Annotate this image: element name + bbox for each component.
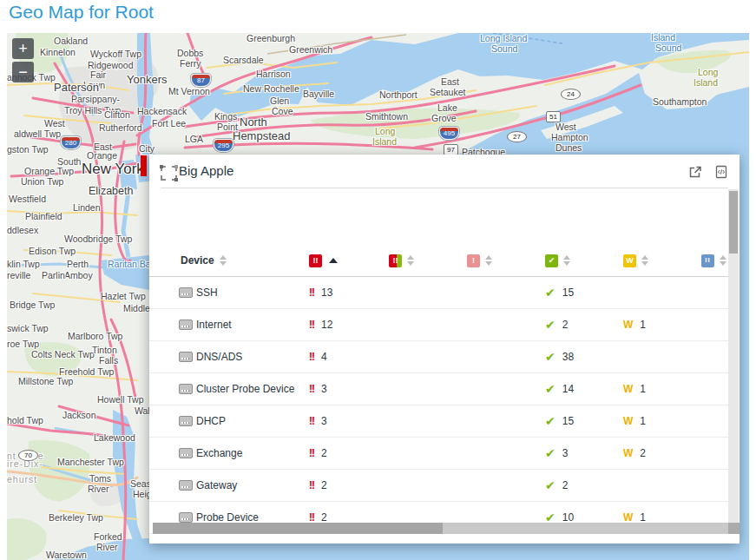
status-count-link[interactable]: W1	[623, 319, 646, 331]
device-name-link[interactable]: Probe Device	[196, 511, 259, 524]
status-count-link[interactable]: W1	[623, 511, 646, 524]
sort-arrows-icon[interactable]	[563, 255, 570, 266]
table-row: DNS/ADS!!4✔38	[149, 340, 729, 373]
device-cell[interactable]: Internet	[179, 308, 232, 340]
sort-arrows-icon[interactable]	[720, 255, 726, 266]
status-count-link[interactable]: W1	[623, 383, 646, 395]
down-glyph-icon: !!	[309, 448, 314, 458]
down-glyph-icon: !!	[309, 352, 314, 362]
map-town-label: reville	[7, 271, 30, 280]
map-town-label: Bridge Twp	[10, 300, 55, 310]
map-town-label: Point	[217, 122, 238, 132]
down-ack-status-icon: !	[467, 254, 480, 267]
status-count-link[interactable]: !!2	[309, 511, 327, 524]
map-town-label: Woodbridge Twp	[64, 234, 132, 244]
status-count-link[interactable]: !!13	[309, 287, 332, 299]
device-name-link[interactable]: DHCP	[196, 415, 226, 427]
column-header-warning[interactable]: W	[623, 245, 648, 276]
status-count-link[interactable]: ✔38	[545, 351, 574, 363]
status-count-link[interactable]: !!12	[309, 319, 332, 331]
sort-arrows-icon[interactable]	[407, 255, 414, 266]
map-town-label: Seas	[130, 479, 151, 489]
device-icon	[179, 352, 193, 362]
map-town-label: Hackensack	[137, 107, 187, 116]
status-count: 13	[321, 287, 332, 299]
device-name-link[interactable]: Exchange	[196, 447, 242, 459]
map-town-label: roe Twp	[7, 339, 39, 349]
map-town-label: Ferry	[180, 59, 201, 69]
status-count-link[interactable]: W2	[623, 447, 646, 459]
device-name-link[interactable]: Gateway	[196, 479, 237, 491]
map-town-label: Berkeley Twp	[49, 513, 103, 523]
down-glyph-icon: !!	[309, 320, 314, 330]
device-cell[interactable]: DNS/ADS	[179, 340, 242, 372]
status-cell-warning: W2	[623, 437, 646, 469]
map-town-label: New York	[82, 161, 144, 176]
status-count-link[interactable]: ✔2	[545, 319, 568, 331]
status-count-link[interactable]: !!2	[309, 447, 327, 459]
map-town-label: Northport	[379, 90, 417, 100]
sort-arrows-icon[interactable]	[641, 255, 648, 266]
device-name-link[interactable]: DNS/ADS	[196, 351, 242, 363]
embed-code-icon[interactable]	[713, 164, 729, 180]
map-town-label: Colts Neck Twp	[31, 350, 95, 359]
map-town-label: Greenwich	[289, 45, 332, 55]
status-cell-up: ✔2	[545, 308, 568, 340]
map-town-label: Jackson	[62, 411, 96, 420]
status-count: 3	[321, 383, 327, 395]
status-count-link[interactable]: !!4	[309, 351, 327, 363]
sort-arrows-icon[interactable]	[220, 255, 227, 266]
device-cell[interactable]: Gateway	[179, 469, 237, 501]
horizontal-scrollbar[interactable]	[153, 523, 728, 534]
status-count-link[interactable]: !!2	[309, 479, 327, 491]
vertical-scrollbar-thumb[interactable]	[729, 191, 738, 254]
device-cell[interactable]: SSH	[179, 276, 218, 308]
map-town-label: Clifton	[104, 110, 130, 120]
map-town-label: Wyckoff Twp	[90, 49, 141, 59]
column-header-paused[interactable]: II	[701, 245, 726, 276]
map-town-label: Perth	[67, 260, 89, 269]
map-zoom-in-button[interactable]: +	[12, 38, 34, 59]
status-cell-down: !!2	[309, 437, 327, 469]
status-count-link[interactable]: !!3	[309, 415, 327, 427]
open-in-window-icon[interactable]	[687, 164, 703, 180]
map-town-label: Long	[375, 127, 395, 136]
status-count-link[interactable]: ✔14	[545, 383, 574, 395]
status-count-link[interactable]: ✔2	[545, 479, 568, 491]
map-town-label: Waretown	[46, 550, 87, 560]
route-shield: 24	[561, 89, 581, 100]
status-count-link[interactable]: ✔10	[545, 511, 574, 524]
geo-marker-big-apple[interactable]	[141, 155, 147, 176]
map-town-label: Lake	[437, 103, 457, 113]
map-town-label: Hempstead	[233, 130, 290, 142]
column-header-down-ack[interactable]: !	[467, 245, 492, 276]
status-count-link[interactable]: ✔15	[545, 415, 574, 427]
device-cell[interactable]: DHCP	[179, 405, 226, 437]
down-glyph-icon: !!	[309, 287, 314, 298]
status-count-link[interactable]: !!3	[309, 383, 327, 395]
device-name-link[interactable]: Cluster Probe Device	[196, 383, 294, 395]
sort-ascending-icon[interactable]	[329, 258, 338, 263]
status-count-link[interactable]: ✔3	[545, 447, 568, 459]
device-cell[interactable]: Exchange	[179, 437, 242, 469]
up-glyph-icon: ✔	[545, 511, 555, 524]
up-glyph-icon: ✔	[545, 479, 555, 491]
popup-divider	[161, 188, 728, 188]
column-header-device[interactable]: Device	[181, 245, 227, 276]
device-name-link[interactable]: Internet	[196, 319, 232, 331]
vertical-scrollbar[interactable]	[728, 189, 739, 534]
column-header-down-partial[interactable]: !!	[389, 245, 414, 276]
device-cell[interactable]: Cluster Probe Device	[179, 372, 294, 405]
status-count-link[interactable]: W1	[623, 415, 646, 427]
up-glyph-icon: ✔	[545, 319, 555, 331]
map-zoom-out-button[interactable]: −	[12, 62, 34, 82]
sort-arrows-icon[interactable]	[485, 255, 492, 266]
table-row: SSH!!13✔15	[149, 276, 729, 309]
column-header-down[interactable]: !!	[309, 245, 338, 276]
column-header-up[interactable]: ✔	[545, 245, 570, 276]
map-town-label: New Rochelle	[243, 84, 299, 94]
horizontal-scrollbar-thumb[interactable]	[153, 523, 443, 534]
status-count-link[interactable]: ✔15	[545, 287, 574, 299]
status-cell-warning: W1	[623, 405, 646, 437]
device-name-link[interactable]: SSH	[196, 287, 218, 299]
